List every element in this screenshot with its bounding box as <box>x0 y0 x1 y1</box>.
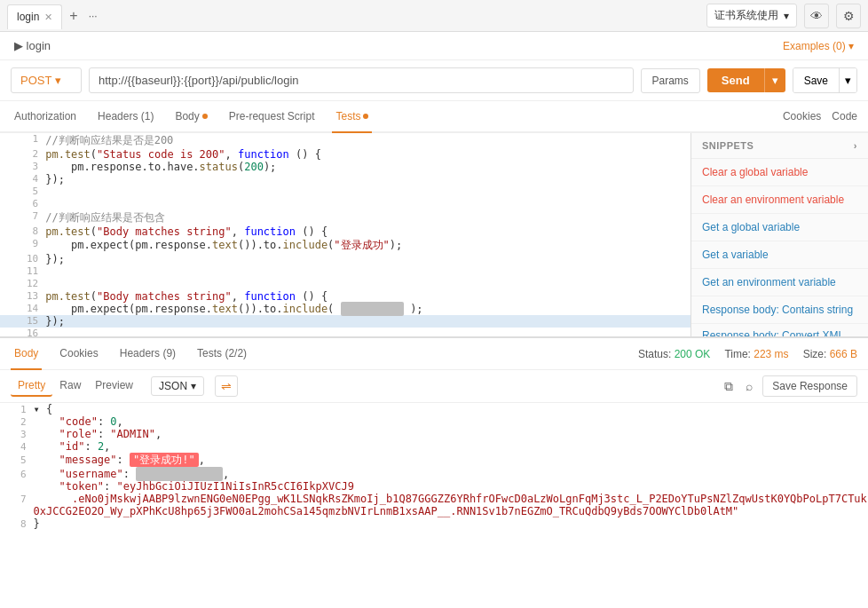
snippets-expand-icon[interactable]: › <box>854 140 857 151</box>
wrap-icon: ⇌ <box>221 379 232 393</box>
json-line-content-7: "token": "eyJhbGciOiJIUzI1NiIsInR5cCI6Ik… <box>34 480 868 517</box>
line-num-3: 3 <box>0 161 42 173</box>
request-tabs-left: Authorization Headers (1) Body Pre-reque… <box>11 101 372 131</box>
gear-icon-button[interactable]: ⚙ <box>836 4 861 28</box>
code-row-9: 9 pm.expect(pm.response.text()).to.inclu… <box>0 238 690 253</box>
new-tab-button[interactable]: + <box>66 8 81 24</box>
url-bar: POST ▾ Params Send ▾ Save ▾ <box>0 60 868 101</box>
code-link[interactable]: Code <box>832 110 857 122</box>
json-row-3: 3 "role": "ADMIN", <box>0 428 868 440</box>
cert-chevron-icon: ▾ <box>784 10 789 22</box>
tab-login[interactable]: login ✕ <box>7 4 62 29</box>
resp-tab-body[interactable]: Body <box>11 338 42 370</box>
save-button[interactable]: Save <box>793 68 839 92</box>
resp-tab-headers[interactable]: Headers (9) <box>116 338 179 370</box>
time-label: Time: 223 ms <box>724 348 788 360</box>
resp-body-tab-pretty[interactable]: Pretty <box>11 375 52 397</box>
tab-prerequest[interactable]: Pre-request Script <box>225 101 319 133</box>
more-tabs-button[interactable]: ··· <box>85 10 101 22</box>
tab-body[interactable]: Body <box>171 101 210 133</box>
json-line-num-5: 5 <box>0 453 34 468</box>
tab-headers[interactable]: Headers (1) <box>94 101 157 133</box>
json-response-body[interactable]: 1 ▾ { 2 "code": 0, 3 "role": "ADMIN", 4 … <box>0 403 868 530</box>
json-line-num-1: 1 <box>0 403 34 415</box>
code-content-10: }); <box>42 253 690 265</box>
json-line-num-8: 8 <box>0 517 34 530</box>
send-dropdown-button[interactable]: ▾ <box>764 68 785 92</box>
tab-bar-right: 证书系统使用 ▾ 👁 ⚙ <box>706 4 861 28</box>
resp-body-tab-preview[interactable]: Preview <box>88 375 140 397</box>
json-row-1: 1 ▾ { <box>0 403 868 415</box>
request-tabs-right: Cookies Code <box>783 110 857 122</box>
body-dot <box>202 114 208 119</box>
json-line-content-3: "role": "ADMIN", <box>34 428 868 440</box>
tab-tests[interactable]: Tests <box>332 101 372 133</box>
save-dropdown-button[interactable]: ▾ <box>839 68 856 92</box>
json-row-8: 8 } <box>0 517 868 530</box>
tab-close-icon[interactable]: ✕ <box>44 12 52 23</box>
code-content-2: pm.test("Status code is 200", function (… <box>42 148 690 161</box>
resp-tab-cookies[interactable]: Cookies <box>56 338 101 370</box>
snippets-title: SNIPPETS <box>702 140 754 151</box>
cert-dropdown-label: 证书系统使用 <box>714 8 778 23</box>
gear-icon: ⚙ <box>843 9 855 23</box>
examples-link[interactable]: Examples (0) ▾ <box>783 40 854 52</box>
json-chevron-icon: ▾ <box>191 380 196 392</box>
code-content-9: pm.expect(pm.response.text()).to.include… <box>42 238 690 253</box>
size-value: 666 B <box>830 348 857 360</box>
snippet-clear-env[interactable]: Clear an environment variable <box>691 186 868 214</box>
code-row-14: 14 pm.expect(pm.response.text()).to.incl… <box>0 303 690 315</box>
method-dropdown[interactable]: POST ▾ <box>11 67 82 93</box>
request-tabs: Authorization Headers (1) Body Pre-reque… <box>0 101 868 133</box>
cert-dropdown[interactable]: 证书系统使用 ▾ <box>706 4 797 28</box>
json-row-4: 4 "id": 2, <box>0 440 868 453</box>
code-content-13: pm.test("Body matches string", function … <box>42 290 690 303</box>
json-line-num-4: 4 <box>0 440 34 453</box>
tab-bar: login ✕ + ··· 证书系统使用 ▾ 👁 ⚙ <box>0 0 868 32</box>
eye-icon: 👁 <box>810 9 823 23</box>
snippet-get-env[interactable]: Get an environment variable <box>691 269 868 296</box>
url-input[interactable] <box>89 67 634 93</box>
json-line-num-7: 7 <box>0 480 34 517</box>
json-row-7: 7 "token": "eyJhbGciOiJIUzI1NiIsInR5cCI6… <box>0 480 868 517</box>
snippet-get-global[interactable]: Get a global variable <box>691 214 868 241</box>
wrap-button[interactable]: ⇌ <box>215 375 238 397</box>
params-button[interactable]: Params <box>641 68 700 93</box>
resp-body-tab-raw[interactable]: Raw <box>52 375 88 397</box>
json-line-num-3: 3 <box>0 428 34 440</box>
copy-response-button[interactable]: ⧉ <box>722 376 736 397</box>
code-editor[interactable]: 1 //判断响应结果是否是200 2 pm.test("Status code … <box>0 133 690 336</box>
snippet-body-contains[interactable]: Response body: Contains string <box>691 296 868 324</box>
line-num-9: 9 <box>0 238 42 253</box>
code-content-4: }); <box>42 173 690 186</box>
snippet-clear-global[interactable]: Clear a global variable <box>691 159 868 186</box>
save-response-button[interactable]: Save Response <box>762 375 857 397</box>
line-num-4: 4 <box>0 173 42 186</box>
code-content-1: //判断响应结果是否是200 <box>42 133 690 148</box>
json-format-select[interactable]: JSON ▾ <box>151 376 204 396</box>
code-row-11: 11 <box>0 265 690 278</box>
search-response-button[interactable]: ⌕ <box>743 376 755 396</box>
snippets-panel: SNIPPETS › Clear a global variable Clear… <box>690 133 868 336</box>
json-row-6: 6 "username": , <box>0 468 868 480</box>
tab-authorization[interactable]: Authorization <box>11 101 80 133</box>
breadcrumb-bar: ▶ login Examples (0) ▾ <box>0 32 868 60</box>
username-redacted <box>136 467 223 481</box>
size-label: Size: 666 B <box>803 348 857 360</box>
code-content-8: pm.test("Body matches string", function … <box>42 225 690 238</box>
json-line-num-6: 6 <box>0 468 34 480</box>
snippet-body-xml-json[interactable]: Response body: Convert XML body to a JSO… <box>691 324 868 337</box>
status-value: 200 OK <box>675 348 711 360</box>
snippet-get-var[interactable]: Get a variable <box>691 241 868 269</box>
code-content-16 <box>42 328 690 336</box>
copy-icon: ⧉ <box>724 379 733 393</box>
resp-tab-tests[interactable]: Tests (2/2) <box>193 338 250 370</box>
cookies-link[interactable]: Cookies <box>783 110 821 122</box>
send-button[interactable]: Send <box>707 68 764 92</box>
code-content-11 <box>42 265 690 278</box>
line-num-10: 10 <box>0 253 42 265</box>
line-num-7: 7 <box>0 210 42 225</box>
line-num-2: 2 <box>0 148 42 161</box>
eye-icon-button[interactable]: 👁 <box>804 4 829 28</box>
code-row-4: 4 }); <box>0 173 690 186</box>
